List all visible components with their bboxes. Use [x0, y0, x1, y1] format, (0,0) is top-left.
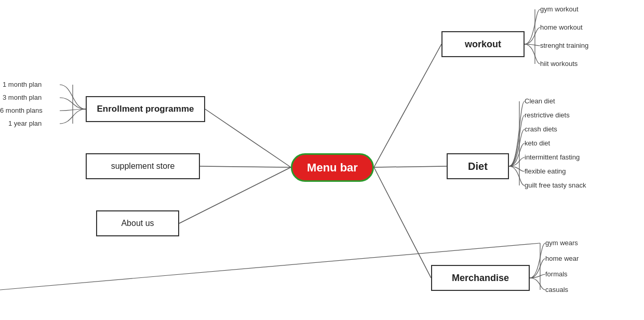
plan-1year: 1 year plan	[8, 119, 42, 127]
enrollment-label: Enrollment programme	[97, 104, 194, 114]
clean-diet: Clean diet	[525, 97, 555, 105]
gym-workout: gym workout	[540, 5, 579, 13]
diet-label: Diet	[468, 161, 488, 172]
supplement-box: supplement store	[86, 153, 200, 179]
crash-diets: crash diets	[525, 125, 557, 133]
keto-diet: keto diet	[525, 139, 550, 147]
enrollment-box: Enrollment programme	[86, 96, 205, 122]
svg-line-0	[205, 109, 291, 167]
workout-label: workout	[465, 39, 501, 50]
workout-box: workout	[441, 31, 525, 57]
plan-3month: 3 month plan	[3, 94, 42, 101]
restrictive-diets: restrictive diets	[525, 111, 570, 119]
supplement-label: supplement store	[111, 162, 175, 171]
flexible-eating: flexible eating	[525, 167, 566, 175]
merchandise-label: Merchandise	[452, 273, 509, 284]
svg-line-4	[374, 44, 441, 167]
guilt-free-snack: guilt free tasty snack	[525, 181, 586, 189]
home-workout: home workout	[540, 23, 583, 31]
plan-1month: 1 month plan	[3, 81, 42, 88]
formals: formals	[545, 270, 568, 278]
svg-line-5	[374, 166, 447, 167]
hiit-workouts: hiit workouts	[540, 60, 578, 68]
plan-6month: 6 month plans	[0, 106, 43, 114]
aboutus-box: About us	[96, 210, 179, 236]
strenght-training: strenght training	[540, 42, 588, 49]
gym-wears: gym wears	[545, 239, 578, 247]
svg-line-6	[374, 167, 431, 278]
diet-box: Diet	[447, 153, 509, 179]
casuals: casuals	[545, 286, 568, 294]
merchandise-box: Merchandise	[431, 265, 530, 291]
aboutus-label: About us	[121, 219, 154, 228]
intermittent-fasting: intermittent fasting	[525, 153, 580, 161]
home-wear: home wear	[545, 255, 579, 262]
svg-line-1	[200, 166, 291, 167]
center-node: Menu bar	[291, 153, 374, 182]
